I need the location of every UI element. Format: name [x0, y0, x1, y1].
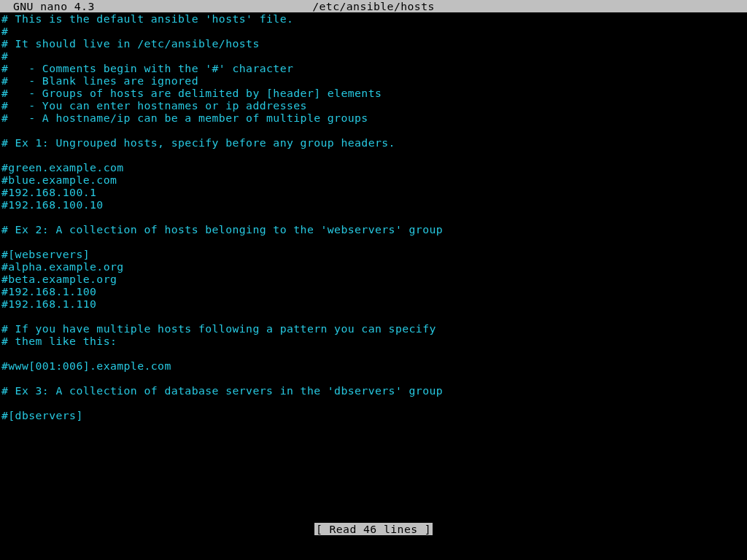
file-path: /etc/ansible/hosts	[0, 0, 747, 12]
editor-line[interactable]: #192.168.100.10	[1, 198, 747, 211]
editor-line[interactable]	[1, 149, 747, 161]
editor-line[interactable]: #192.168.100.1	[1, 186, 747, 198]
editor-line[interactable]: #alpha.example.org	[1, 260, 747, 273]
editor-line[interactable]	[1, 347, 747, 359]
editor-line[interactable]: # - Groups of hosts are delimited by [he…	[1, 87, 747, 99]
editor-line[interactable]: #www[001:006].example.com	[1, 359, 747, 372]
title-bar: /etc/ansible/hosts GNU nano 4.3	[0, 0, 747, 12]
editor-line[interactable]: # - Comments begin with the '#' characte…	[1, 62, 747, 74]
status-bar: [ Read 46 lines ]	[0, 523, 747, 535]
editor-line[interactable]	[1, 310, 747, 322]
editor-line[interactable]: #192.168.1.110	[1, 298, 747, 310]
editor-line[interactable]	[1, 236, 747, 248]
editor-line[interactable]: #[webservers]	[1, 248, 747, 260]
editor-line[interactable]: #	[1, 25, 747, 37]
editor-line[interactable]: # This is the default ansible 'hosts' fi…	[1, 12, 747, 25]
app-name: GNU nano 4.3	[0, 0, 95, 12]
shortcut-bar: ^G Get Help ^O Write Out ^W Where Is ^K …	[0, 535, 747, 560]
status-message: [ Read 46 lines ]	[314, 523, 433, 535]
editor-line[interactable]: #192.168.1.100	[1, 285, 747, 298]
editor-line[interactable]: # Ex 1: Ungrouped hosts, specify before …	[1, 136, 747, 149]
editor-line[interactable]: #green.example.com	[1, 161, 747, 174]
editor-line[interactable]: # - A hostname/ip can be a member of mul…	[1, 112, 747, 124]
editor-line[interactable]: # If you have multiple hosts following a…	[1, 322, 747, 335]
editor-line[interactable]: #blue.example.com	[1, 174, 747, 186]
editor-line[interactable]: # - You can enter hostnames or ip addres…	[1, 99, 747, 112]
editor-line[interactable]: # them like this:	[1, 335, 747, 347]
editor-line[interactable]	[1, 124, 747, 136]
editor-line[interactable]	[1, 211, 747, 223]
editor-line[interactable]: # Ex 2: A collection of hosts belonging …	[1, 223, 747, 236]
editor-line[interactable]: # - Blank lines are ignored	[1, 74, 747, 87]
editor-line[interactable]: # Ex 3: A collection of database servers…	[1, 384, 747, 397]
editor-line[interactable]	[1, 397, 747, 409]
editor-content[interactable]: # This is the default ansible 'hosts' fi…	[0, 12, 747, 421]
editor-line[interactable]	[1, 372, 747, 384]
editor-line[interactable]: #	[1, 50, 747, 62]
editor-line[interactable]: # It should live in /etc/ansible/hosts	[1, 37, 747, 50]
editor-line[interactable]: #[dbservers]	[1, 409, 747, 421]
editor-line[interactable]: #beta.example.org	[1, 273, 747, 285]
